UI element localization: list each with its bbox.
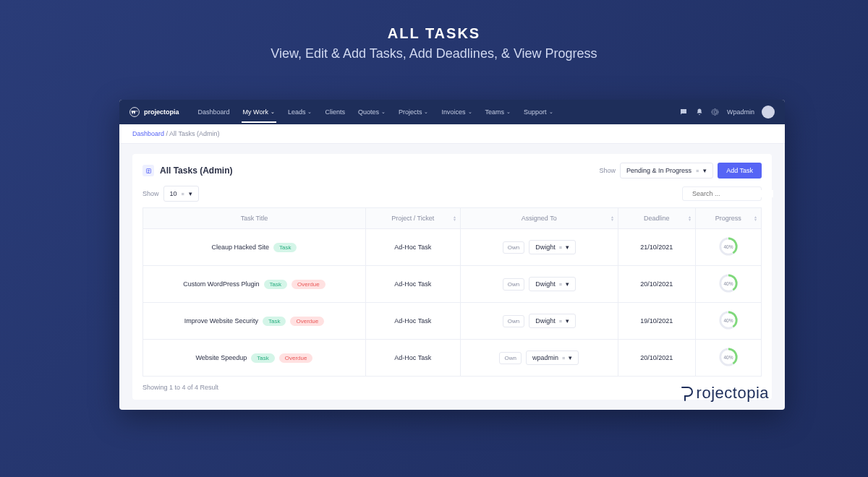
deadline-cell: 19/10/2021 bbox=[618, 303, 695, 340]
nav-my-work[interactable]: My Work⌄ bbox=[237, 101, 281, 123]
progress-ring: 40% bbox=[718, 310, 739, 330]
chat-icon[interactable] bbox=[679, 108, 688, 116]
progress-ring: 40% bbox=[718, 347, 739, 367]
column-header[interactable]: Deadline▴▾ bbox=[618, 208, 695, 229]
chevron-down-icon: ▾ bbox=[566, 244, 569, 251]
assignee-select[interactable]: Dwight≡▾ bbox=[529, 314, 576, 328]
page-title: All Tasks (Admin) bbox=[160, 166, 232, 176]
user-menu[interactable]: Wpadmin bbox=[727, 108, 754, 116]
sort-icon: ▴▾ bbox=[689, 215, 691, 221]
bell-icon[interactable] bbox=[695, 108, 704, 116]
table-row: Cleaup Hacked SiteTaskAd-Hoc TaskOwnDwig… bbox=[143, 229, 762, 266]
breadcrumb: Dashboard / All Tasks (Admin) bbox=[119, 124, 785, 144]
nav-teams[interactable]: Teams⌄ bbox=[480, 101, 517, 123]
hero-title: ALL TASKS bbox=[0, 25, 868, 42]
avatar[interactable] bbox=[762, 106, 775, 119]
sort-icon: ≡ bbox=[559, 320, 562, 322]
gear-icon[interactable] bbox=[711, 108, 720, 116]
svg-text:40%: 40% bbox=[723, 281, 733, 286]
overdue-badge: Overdue bbox=[290, 317, 324, 326]
svg-text:40%: 40% bbox=[723, 244, 733, 249]
chevron-down-icon: ▾ bbox=[569, 354, 572, 361]
nav-clients[interactable]: Clients bbox=[319, 101, 351, 123]
add-task-button[interactable]: Add Task bbox=[718, 163, 762, 179]
brand-label: projectopia bbox=[144, 108, 179, 116]
type-badge: Task bbox=[263, 317, 286, 326]
column-header[interactable]: Progress▴▾ bbox=[695, 208, 761, 229]
tasks-table: Task TitleProject / Ticket▴▾Assigned To▴… bbox=[142, 207, 762, 377]
app-window: projectopia DashboardMy Work⌄Leads⌄Clien… bbox=[119, 100, 785, 410]
task-title[interactable]: Custom WordPress Plugin bbox=[183, 280, 259, 288]
assignee-select[interactable]: Dwight≡▾ bbox=[529, 277, 576, 291]
assignee-select[interactable]: Dwight≡▾ bbox=[529, 240, 576, 254]
breadcrumb-root[interactable]: Dashboard bbox=[132, 130, 164, 137]
table-row: Improve Website SecurityTaskOverdueAd-Ho… bbox=[143, 303, 762, 340]
hero-subtitle: View, Edit & Add Tasks, Add Deadlines, &… bbox=[0, 46, 868, 61]
nav-support[interactable]: Support⌄ bbox=[518, 101, 559, 123]
owner-badge: Own bbox=[499, 352, 521, 364]
chevron-down-icon: ▾ bbox=[189, 190, 192, 197]
wordpress-icon bbox=[129, 107, 140, 117]
table-row: Website SpeedupTaskOverdueAd-Hoc TaskOwn… bbox=[143, 340, 762, 377]
brand[interactable]: projectopia bbox=[129, 107, 179, 117]
deadline-cell: 20/10/2021 bbox=[618, 340, 695, 377]
nav-leads[interactable]: Leads⌄ bbox=[282, 101, 318, 123]
svg-text:40%: 40% bbox=[723, 355, 733, 360]
per-page-select[interactable]: 10 ≡ ▾ bbox=[163, 186, 199, 202]
sort-icon: ≡ bbox=[559, 283, 562, 285]
type-badge: Task bbox=[264, 280, 287, 289]
chevron-down-icon: ▾ bbox=[703, 167, 707, 174]
assignee-select[interactable]: wpadmin≡▾ bbox=[526, 351, 579, 365]
search-input[interactable] bbox=[692, 190, 773, 197]
task-title[interactable]: Improve Website Security bbox=[184, 317, 258, 325]
topbar-right: Wpadmin bbox=[679, 106, 775, 119]
owner-badge: Own bbox=[503, 241, 524, 254]
owner-badge: Own bbox=[503, 315, 524, 327]
project-cell: Ad-Hoc Task bbox=[365, 266, 460, 303]
filter-prefix: Show bbox=[599, 167, 616, 174]
column-header[interactable]: Project / Ticket▴▾ bbox=[365, 208, 460, 229]
progress-ring: 40% bbox=[718, 236, 739, 257]
chevron-down-icon: ⌄ bbox=[381, 109, 386, 115]
tasks-icon bbox=[142, 165, 154, 176]
tasks-card: All Tasks (Admin) Show Pending & In Prog… bbox=[132, 154, 772, 400]
task-title[interactable]: Cleaup Hacked Site bbox=[211, 244, 269, 251]
brand-footer: rojectopia bbox=[678, 384, 769, 403]
search-box[interactable] bbox=[682, 186, 762, 201]
status-filter[interactable]: Pending & In Progress ≡ ▾ bbox=[620, 163, 713, 179]
nav-invoices[interactable]: Invoices⌄ bbox=[435, 101, 477, 123]
topbar: projectopia DashboardMy Work⌄Leads⌄Clien… bbox=[119, 100, 785, 124]
project-cell: Ad-Hoc Task bbox=[365, 229, 460, 266]
task-title[interactable]: Website Speedup bbox=[195, 354, 247, 361]
sort-icon: ≡ bbox=[559, 246, 562, 249]
sort-icon: ▴▾ bbox=[611, 215, 613, 221]
nav-quotes[interactable]: Quotes⌄ bbox=[352, 101, 391, 123]
project-cell: Ad-Hoc Task bbox=[365, 340, 460, 377]
column-header[interactable]: Assigned To▴▾ bbox=[460, 208, 618, 229]
column-header[interactable]: Task Title bbox=[143, 208, 366, 229]
deadline-cell: 20/10/2021 bbox=[618, 266, 695, 303]
projectopia-logo-icon bbox=[678, 384, 695, 402]
owner-badge: Own bbox=[503, 278, 524, 291]
overdue-badge: Overdue bbox=[292, 280, 326, 289]
sort-icon: ▴▾ bbox=[754, 215, 757, 221]
sort-icon: ≡ bbox=[562, 357, 565, 359]
nav-projects[interactable]: Projects⌄ bbox=[393, 101, 435, 123]
project-cell: Ad-Hoc Task bbox=[365, 303, 460, 340]
chevron-down-icon: ⌄ bbox=[549, 109, 553, 115]
main-nav: DashboardMy Work⌄Leads⌄ClientsQuotes⌄Pro… bbox=[192, 101, 679, 123]
overdue-badge: Overdue bbox=[279, 353, 313, 363]
chevron-down-icon: ⌄ bbox=[506, 109, 511, 115]
breadcrumb-current: All Tasks (Admin) bbox=[169, 130, 219, 137]
progress-ring: 40% bbox=[718, 273, 739, 293]
deadline-cell: 21/10/2021 bbox=[618, 229, 695, 266]
chevron-down-icon: ⌄ bbox=[468, 109, 472, 115]
sort-icon: ≡ bbox=[182, 193, 184, 195]
sort-icon: ≡ bbox=[696, 170, 699, 172]
chevron-down-icon: ▾ bbox=[566, 280, 569, 288]
type-badge: Task bbox=[273, 243, 297, 252]
nav-dashboard[interactable]: Dashboard bbox=[192, 101, 236, 123]
results-summary: Showing 1 to 4 of 4 Result bbox=[142, 384, 762, 391]
chevron-down-icon: ⌄ bbox=[307, 109, 312, 115]
sort-icon: ▴▾ bbox=[454, 215, 456, 221]
